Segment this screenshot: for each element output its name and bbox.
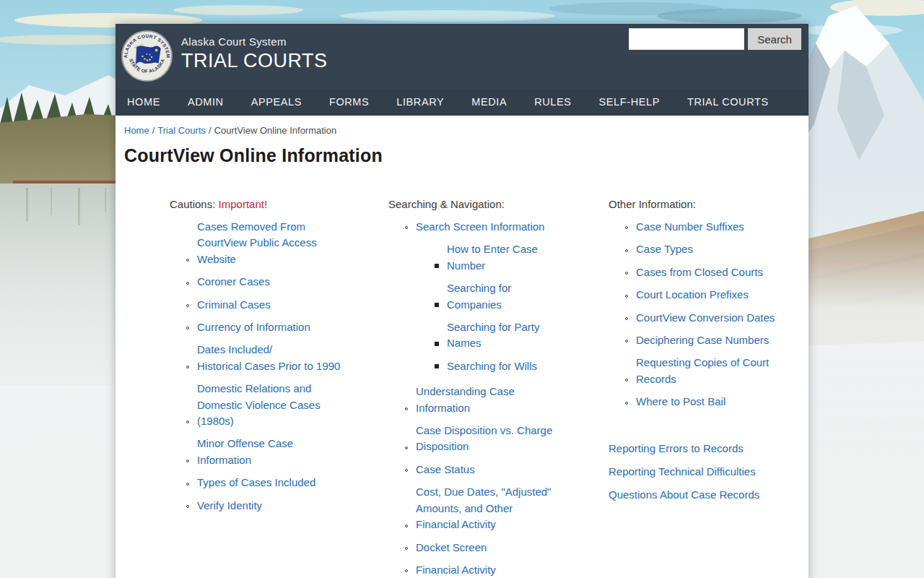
nav-item-self-help[interactable]: SELF-HELP [585,89,674,116]
alaska-court-seal-logo[interactable]: ALASKA COURT SYSTEM STATE OF ALASKA [121,30,173,82]
list-item: Cost, Due Dates, "Adjusted" Amounts, and… [388,484,609,532]
important-label: Important! [219,198,268,210]
list-item: Financial Activity [388,562,609,578]
link-case-disposition[interactable]: Case Disposition vs. Charge Disposition [416,423,552,455]
link-searching-for-companies[interactable]: Searching for Companies [447,280,511,313]
breadcrumb: Home/Trial Courts/CourtView Online Infor… [124,125,800,136]
list-item: Docket Screen [388,540,609,556]
breadcrumb-home[interactable]: Home [124,125,149,136]
link-criminal-cases[interactable]: Criminal Cases [197,297,271,313]
list-item: Dates Included/ Historical Cases Prior t… [170,342,388,374]
list-item: Cases from Closed Courts [609,264,800,280]
link-columns: Cautions: Important! Cases Removed From … [170,197,800,578]
circle-bullet-icon [625,379,628,381]
circle-bullet-icon [405,407,408,410]
other-column: Other Information: Case Number Suffixes … [609,197,800,578]
searching-column: Searching & Navigation: Search Screen In… [388,197,609,578]
link-cases-removed[interactable]: Cases Removed From CourtView Public Acce… [197,219,317,267]
circle-bullet-icon [625,272,628,275]
circle-bullet-icon [405,226,408,229]
link-requesting-copies[interactable]: Requesting Copies of Court Records [636,355,769,387]
searching-heading: Searching & Navigation: [388,197,609,212]
link-case-types[interactable]: Case Types [636,241,693,257]
link-verify-identity[interactable]: Verify Identity [197,498,262,514]
list-item: Case Number Suffixes [609,219,800,235]
circle-bullet-icon [186,420,189,423]
link-questions-about-case-records[interactable]: Questions About Case Records [609,487,800,503]
circle-bullet-icon [186,483,189,486]
list-item: Court Location Prefixes [609,287,800,303]
link-cost-due-dates[interactable]: Cost, Due Dates, "Adjusted" Amounts, and… [416,484,551,532]
site-section-title: TRIAL COURTS [181,50,328,72]
circle-bullet-icon [625,340,628,342]
cautions-heading: Cautions: Important! [170,197,388,212]
link-types-of-cases[interactable]: Types of Cases Included [197,475,315,491]
link-reporting-errors[interactable]: Reporting Errors to Records [609,441,800,457]
circle-bullet-icon [625,317,628,320]
link-how-to-enter-case-number[interactable]: How to Enter Case Number [447,241,538,274]
nav-item-forms[interactable]: FORMS [315,89,383,116]
nav-item-trial-courts[interactable]: TRIAL COURTS [674,89,783,116]
nav-item-admin[interactable]: ADMIN [174,89,237,116]
link-searching-for-wills[interactable]: Searching for Wills [447,358,537,374]
cautions-heading-label: Cautions: [170,198,215,210]
link-reporting-technical-difficulties[interactable]: Reporting Technical Difficulties [609,464,800,480]
nav-item-home[interactable]: HOME [127,89,174,116]
link-currency-of-information[interactable]: Currency of Information [197,319,310,335]
main-content: Home/Trial Courts/CourtView Online Infor… [116,116,808,578]
list-item: Searching for Companies [388,280,609,313]
circle-bullet-icon [405,447,408,449]
link-financial-activity[interactable]: Financial Activity [416,562,496,578]
circle-bullet-icon [186,505,189,508]
breadcrumb-separator: / [209,125,212,136]
search-button[interactable]: Search [748,28,801,50]
link-dates-included[interactable]: Dates Included/ Historical Cases Prior t… [197,342,340,374]
circle-bullet-icon [405,547,408,550]
circle-bullet-icon [405,525,408,527]
circle-bullet-icon [405,569,408,572]
list-item: Search Screen Information [388,219,609,235]
link-case-number-suffixes[interactable]: Case Number Suffixes [636,219,744,235]
list-item: Deciphering Case Numbers [609,332,800,348]
link-where-to-post-bail[interactable]: Where to Post Bail [636,394,725,410]
link-searching-for-party-names[interactable]: Searching for Party Names [447,319,539,352]
breadcrumb-separator: / [152,125,155,136]
nav-item-library[interactable]: LIBRARY [383,89,458,116]
link-case-status[interactable]: Case Status [416,462,475,478]
link-court-location-prefixes[interactable]: Court Location Prefixes [636,287,749,303]
list-item: Coroner Cases [170,274,388,290]
circle-bullet-icon [186,282,189,285]
link-cases-from-closed-courts[interactable]: Cases from Closed Courts [636,264,763,280]
list-item: Domestic Relations and Domestic Violence… [170,381,388,429]
link-coroner-cases[interactable]: Coroner Cases [197,274,270,290]
search-input[interactable] [629,28,744,50]
list-item: Criminal Cases [170,297,388,313]
link-domestic-relations[interactable]: Domestic Relations and Domestic Violence… [197,381,321,429]
nav-item-appeals[interactable]: APPEALS [237,89,315,116]
link-docket-screen[interactable]: Docket Screen [416,540,487,556]
circle-bullet-icon [625,295,628,298]
circle-bullet-icon [186,327,189,329]
other-heading: Other Information: [609,197,800,212]
search-form: Search [629,28,801,50]
link-courtview-conversion-dates[interactable]: CourtView Conversion Dates [636,310,775,326]
link-understanding-case-info[interactable]: Understanding Case Information [416,384,515,416]
page-title: CourtView Online Information [124,145,800,166]
circle-bullet-icon [186,460,189,462]
nav-item-rules[interactable]: RULES [520,89,585,116]
breadcrumb-current: CourtView Online Information [214,125,337,136]
link-deciphering-case-numbers[interactable]: Deciphering Case Numbers [636,332,769,348]
link-search-screen-info[interactable]: Search Screen Information [416,219,544,235]
standalone-links: Reporting Errors to Records Reporting Te… [609,441,800,503]
list-item: How to Enter Case Number [388,241,609,274]
breadcrumb-trial-courts[interactable]: Trial Courts [157,125,206,136]
link-minor-offense[interactable]: Minor Offense Case Information [197,436,293,468]
list-item: Verify Identity [170,498,388,514]
list-item: Where to Post Bail [609,394,800,410]
nav-item-media[interactable]: MEDIA [458,89,520,116]
list-item: Case Types [609,241,800,257]
cautions-column: Cautions: Important! Cases Removed From … [170,197,388,578]
other-list: Case Number Suffixes Case Types Cases fr… [609,219,800,410]
square-bullet-icon [435,364,439,368]
circle-bullet-icon [186,259,189,262]
